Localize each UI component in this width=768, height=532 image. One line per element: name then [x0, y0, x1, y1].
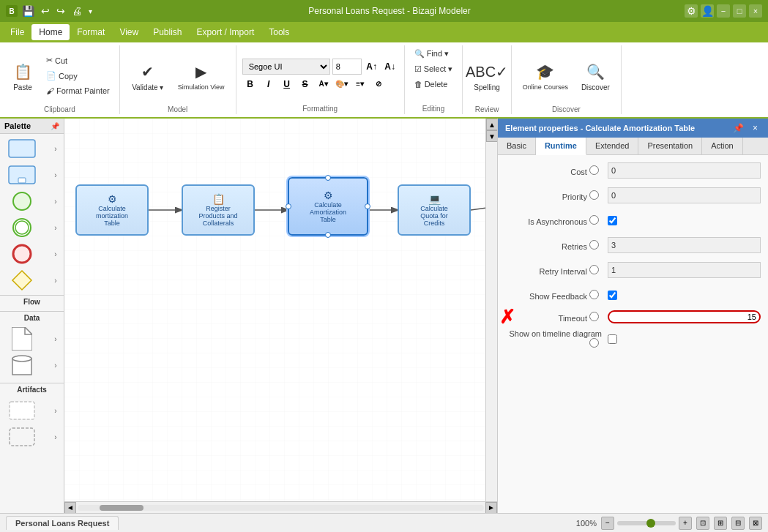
discover-button[interactable]: 🔍 Discover — [576, 47, 615, 104]
retry-interval-radio[interactable] — [589, 265, 599, 274]
print-button[interactable]: 🖨 — [70, 4, 84, 18]
retries-radio[interactable] — [589, 240, 599, 250]
tab-basic[interactable]: Basic — [498, 138, 536, 154]
async-radio[interactable] — [589, 215, 599, 225]
canvas[interactable]: ⚙ CalculatemortizationTable 📋 RegisterPr… — [64, 119, 485, 501]
qat-more-button[interactable]: ▾ — [86, 6, 94, 17]
retries-input[interactable] — [608, 237, 761, 253]
zoom-out-button[interactable]: − — [601, 517, 614, 530]
redo-button[interactable]: ↪ — [54, 4, 67, 18]
minimize-button[interactable]: − — [717, 4, 730, 18]
retry-interval-input[interactable] — [608, 262, 761, 278]
palette-item-gateway[interactable]: › — [6, 269, 59, 292]
underline-button[interactable]: U — [279, 76, 295, 92]
online-courses-button[interactable]: 🎓 Online Courses — [518, 47, 573, 104]
cut-button[interactable]: ✂ Cut — [42, 53, 113, 67]
palette-item-data-store[interactable]: › — [6, 353, 59, 377]
font-size-increase-button[interactable]: A↑ — [364, 59, 380, 75]
show-timeline-checkbox[interactable] — [608, 334, 617, 344]
fill-color-button[interactable]: 🎨▾ — [334, 76, 350, 92]
vertical-scrollbar[interactable]: ▲ ▼ — [485, 119, 497, 501]
menu-home[interactable]: Home — [31, 24, 70, 40]
palette-item-data-object[interactable]: › — [6, 327, 59, 351]
menu-export-import[interactable]: Export / Import — [190, 24, 262, 40]
scroll-down-button[interactable]: ▼ — [486, 130, 497, 142]
select-button[interactable]: ☑ Select ▾ — [411, 62, 457, 76]
zoom-slider[interactable] — [617, 521, 676, 525]
font-size-input[interactable] — [332, 59, 362, 75]
handle-right[interactable] — [365, 203, 370, 209]
copy-button[interactable]: 📄 Copy — [42, 69, 113, 83]
process-node-2[interactable]: 📋 RegisterProducts andCollaterals — [182, 184, 255, 236]
menu-file[interactable]: File — [3, 24, 31, 40]
handle-bottom[interactable] — [325, 232, 331, 238]
view-mode-button3[interactable]: ⊠ — [749, 517, 762, 530]
timeout-input[interactable] — [612, 312, 756, 321]
async-checkbox[interactable] — [608, 216, 617, 225]
zoom-thumb[interactable] — [646, 519, 655, 528]
panel-pin-button[interactable]: 📌 — [730, 122, 747, 134]
scroll-right-button[interactable]: ► — [485, 502, 497, 514]
bold-button[interactable]: B — [242, 76, 258, 92]
maximize-button[interactable]: □ — [733, 4, 746, 18]
font-size-decrease-button[interactable]: A↓ — [382, 59, 398, 75]
menu-publish[interactable]: Publish — [146, 24, 189, 40]
palette-item-end-event[interactable]: › — [6, 242, 59, 266]
priority-input[interactable] — [608, 187, 761, 203]
menu-view[interactable]: View — [112, 24, 146, 40]
handle-top[interactable] — [325, 175, 331, 181]
tab-runtime[interactable]: Runtime — [536, 138, 586, 155]
tab-personal-loans[interactable]: Personal Loans Request — [6, 516, 119, 530]
palette-item-intermediate-event[interactable]: › — [6, 216, 59, 239]
process-node-3[interactable]: ⚙ CalculateAmortizationTable — [288, 177, 368, 236]
fit-page-button[interactable]: ⊡ — [696, 517, 709, 530]
palette-item-task[interactable]: › — [6, 137, 59, 160]
simulation-view-button[interactable]: ▶ Simulation View — [173, 47, 230, 104]
palette-item-annotation[interactable]: › — [6, 399, 59, 422]
show-feedback-checkbox[interactable] — [608, 291, 617, 300]
panel-close-button[interactable]: × — [750, 122, 761, 134]
canvas-area[interactable]: ▲ ▼ — [64, 119, 497, 513]
view-mode-button1[interactable]: ⊞ — [714, 517, 727, 530]
save-button[interactable]: 💾 — [20, 4, 37, 18]
priority-radio[interactable] — [589, 190, 599, 200]
close-button[interactable]: × — [749, 4, 762, 18]
validate-button[interactable]: ✔ Validate ▾ — [126, 47, 170, 104]
italic-button[interactable]: I — [261, 76, 277, 92]
process-node-4[interactable]: 💻 CalculateQuota forCredits — [398, 184, 471, 236]
clear-button[interactable]: ⊘ — [370, 76, 387, 92]
timeout-radio[interactable] — [589, 312, 599, 321]
palette-item-subprocess[interactable]: › — [6, 163, 59, 187]
tab-extended[interactable]: Extended — [586, 138, 638, 154]
spelling-button[interactable]: ABC✓ Spelling — [469, 47, 505, 104]
palette-item-group[interactable]: › — [6, 425, 59, 449]
palette-item-start-event[interactable]: › — [6, 190, 59, 213]
menu-tools[interactable]: Tools — [261, 24, 297, 40]
tab-action[interactable]: Action — [702, 138, 743, 154]
cost-radio[interactable] — [589, 165, 599, 175]
palette-pin-button[interactable]: 📌 — [51, 122, 59, 130]
account-button[interactable]: 👤 — [701, 4, 714, 18]
undo-button[interactable]: ↩ — [39, 4, 52, 18]
menu-format[interactable]: Format — [70, 24, 112, 40]
settings-button[interactable]: ⚙ — [685, 4, 698, 18]
strikethrough-button[interactable]: S — [297, 76, 313, 92]
h-scroll-thumb[interactable] — [100, 505, 143, 511]
zoom-in-button[interactable]: + — [679, 517, 692, 530]
scroll-up-button[interactable]: ▲ — [486, 119, 497, 130]
align-button[interactable]: ≡▾ — [352, 76, 368, 92]
show-feedback-radio[interactable] — [589, 290, 599, 299]
scroll-left-button[interactable]: ◄ — [64, 502, 76, 514]
show-timeline-radio[interactable] — [589, 338, 599, 348]
cost-input[interactable] — [608, 162, 761, 179]
font-color-button[interactable]: A▾ — [316, 76, 332, 92]
view-mode-button2[interactable]: ⊟ — [731, 517, 745, 530]
font-name-select[interactable]: Segoe UI — [242, 59, 330, 75]
find-button[interactable]: 🔍 Find ▾ — [411, 47, 452, 61]
tab-presentation[interactable]: Presentation — [638, 138, 702, 154]
horizontal-scrollbar[interactable]: ◄ ► — [64, 501, 497, 513]
paste-button[interactable]: 📋 Paste — [6, 47, 40, 104]
format-painter-button[interactable]: 🖌 Format Painter — [42, 84, 113, 97]
handle-left[interactable] — [286, 203, 291, 209]
delete-button[interactable]: 🗑 Delete — [411, 78, 452, 91]
